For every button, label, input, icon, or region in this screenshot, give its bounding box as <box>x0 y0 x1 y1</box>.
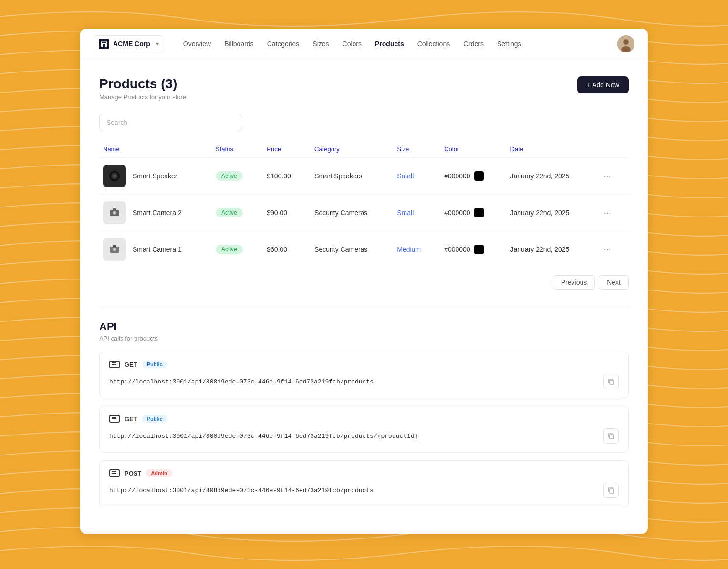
product-image <box>103 165 126 187</box>
product-category: Smart Speakers <box>307 158 389 195</box>
product-name-cell: Smart Speaker <box>103 165 200 187</box>
api-method-badge: GET <box>125 415 137 423</box>
api-method-row: GET Public <box>109 361 619 368</box>
table-row[interactable]: Smart Camera 2 Active $90.00 Security Ca… <box>99 195 629 231</box>
api-url-row: http://localhost:3001/api/808d9ede-073c-… <box>109 483 619 498</box>
page-title: Products (3) <box>99 76 186 92</box>
color-swatch <box>474 208 484 217</box>
product-category: Security Cameras <box>307 195 389 231</box>
nav-link-billboards[interactable]: Billboards <box>218 37 259 51</box>
col-header-date: Date <box>503 141 593 158</box>
nav-link-overview[interactable]: Overview <box>177 37 217 51</box>
svg-rect-17 <box>610 380 614 384</box>
api-title: API <box>99 321 629 333</box>
avatar[interactable] <box>617 35 634 52</box>
next-button[interactable]: Next <box>599 275 629 290</box>
col-header-size: Size <box>389 141 437 158</box>
logo-text: ACME Corp <box>113 40 150 48</box>
api-cards: GET Public http://localhost:3001/api/808… <box>99 352 629 507</box>
store-icon <box>99 39 109 49</box>
svg-rect-16 <box>113 245 116 247</box>
product-date: January 22nd, 2025 <box>503 158 593 195</box>
row-more-button[interactable]: ··· <box>600 169 615 183</box>
logo-chevron-icon: ▾ <box>156 41 159 47</box>
product-price: $90.00 <box>259 195 307 231</box>
svg-rect-12 <box>113 208 116 210</box>
svg-point-4 <box>623 39 629 45</box>
col-header-price: Price <box>259 141 307 158</box>
color-hex-label: #000000 <box>444 172 470 180</box>
product-category: Security Cameras <box>307 231 389 268</box>
title-group: Products (3) Manage Products for your st… <box>99 76 186 101</box>
color-swatch <box>474 245 484 254</box>
svg-point-11 <box>114 212 115 214</box>
color-hex-label: #000000 <box>444 209 470 217</box>
svg-rect-2 <box>103 44 105 47</box>
nav-link-categories[interactable]: Categories <box>261 37 305 51</box>
nav-link-collections[interactable]: Collections <box>412 37 456 51</box>
table-row[interactable]: Smart Speaker Active $100.00 Smart Speak… <box>99 158 629 195</box>
col-header-name: Name <box>99 141 208 158</box>
nav-link-settings[interactable]: Settings <box>491 37 527 51</box>
product-color-cell: #000000 <box>444 171 495 181</box>
api-icon <box>109 469 120 477</box>
product-date: January 22nd, 2025 <box>503 231 593 268</box>
nav-logo[interactable]: ACME Corp ▾ <box>94 35 164 52</box>
color-hex-label: #000000 <box>444 246 470 253</box>
api-subtitle: API calls for products <box>99 335 629 342</box>
product-price: $100.00 <box>259 158 307 195</box>
nav-link-orders[interactable]: Orders <box>458 37 489 51</box>
status-badge: Active <box>216 171 243 181</box>
api-access-badge: Public <box>142 415 167 423</box>
svg-point-8 <box>113 175 116 177</box>
nav-link-products[interactable]: Products <box>369 37 410 51</box>
svg-rect-18 <box>610 435 614 439</box>
api-method-row: POST Admin <box>109 469 619 477</box>
api-url: http://localhost:3001/api/808d9ede-073c-… <box>109 433 418 440</box>
api-card: POST Admin http://localhost:3001/api/808… <box>99 460 629 507</box>
col-header-actions <box>593 141 629 158</box>
api-url-row: http://localhost:3001/api/808d9ede-073c-… <box>109 374 619 389</box>
nav-links: OverviewBillboardsCategoriesSizesColorsP… <box>177 37 614 51</box>
status-badge: Active <box>216 245 243 254</box>
product-date: January 22nd, 2025 <box>503 195 593 231</box>
product-size[interactable]: Small <box>397 209 414 217</box>
color-swatch <box>474 171 484 181</box>
api-url-row: http://localhost:3001/api/808d9ede-073c-… <box>109 428 619 444</box>
api-icon <box>109 415 120 423</box>
nav-link-colors[interactable]: Colors <box>337 37 367 51</box>
api-icon <box>109 361 120 368</box>
row-more-button[interactable]: ··· <box>600 243 615 257</box>
api-card: GET Public http://localhost:3001/api/808… <box>99 406 629 453</box>
nav-bar: ACME Corp ▾ OverviewBillboardsCategories… <box>80 29 648 59</box>
products-table: Name Status Price Category Size Color Da… <box>99 141 629 268</box>
add-new-button[interactable]: + Add New <box>577 76 629 93</box>
table-row[interactable]: Smart Camera 1 Active $60.00 Security Ca… <box>99 231 629 268</box>
search-input[interactable] <box>99 114 242 131</box>
product-size[interactable]: Small <box>397 172 414 180</box>
product-name: Smart Camera 1 <box>133 246 182 253</box>
api-section: API API calls for products GET Public ht… <box>99 321 629 507</box>
col-header-status: Status <box>208 141 259 158</box>
pagination: Previous Next <box>99 268 629 291</box>
api-access-badge: Public <box>142 361 167 368</box>
page-subtitle: Manage Products for your store <box>99 93 186 101</box>
col-header-category: Category <box>307 141 389 158</box>
api-access-badge: Admin <box>146 469 172 477</box>
status-badge: Active <box>216 208 243 217</box>
product-color-cell: #000000 <box>444 208 495 217</box>
copy-button[interactable] <box>603 483 619 498</box>
row-more-button[interactable]: ··· <box>600 206 615 220</box>
table-header-row: Name Status Price Category Size Color Da… <box>99 141 629 158</box>
product-name-cell: Smart Camera 2 <box>103 201 200 224</box>
product-image <box>103 238 126 261</box>
page-header: Products (3) Manage Products for your st… <box>99 76 629 101</box>
product-image <box>103 201 126 224</box>
col-header-color: Color <box>437 141 502 158</box>
previous-button[interactable]: Previous <box>553 275 595 290</box>
product-name-cell: Smart Camera 1 <box>103 238 200 261</box>
nav-link-sizes[interactable]: Sizes <box>307 37 334 51</box>
copy-button[interactable] <box>603 374 619 389</box>
copy-button[interactable] <box>603 428 619 444</box>
product-size[interactable]: Medium <box>397 246 421 253</box>
